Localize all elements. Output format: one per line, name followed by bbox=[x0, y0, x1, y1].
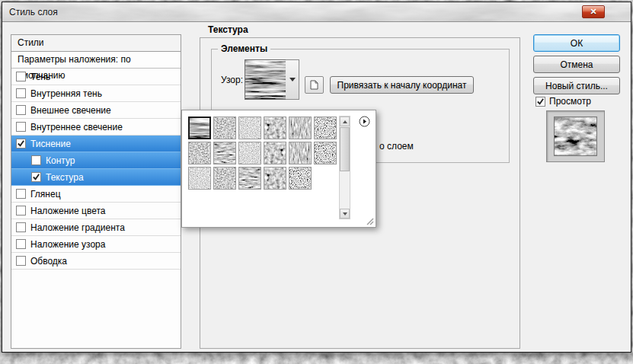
pattern-swatch-10[interactable] bbox=[264, 142, 286, 164]
checkmark-icon bbox=[536, 97, 545, 106]
sidebar-item-blending-options[interactable]: Параметры наложения: по умолчанию bbox=[11, 52, 181, 69]
sidebar-item-label: Текстура bbox=[46, 172, 84, 183]
pattern-scrollbar[interactable] bbox=[339, 116, 350, 219]
close-button[interactable]: ✕ bbox=[582, 5, 605, 18]
sidebar-item-label: Внешнее свечение bbox=[30, 105, 111, 116]
preview-texture bbox=[555, 117, 596, 155]
pattern-texture bbox=[214, 168, 235, 189]
elements-group-legend: Элементы bbox=[218, 43, 270, 54]
checkmark-icon bbox=[32, 173, 40, 181]
checkbox-bevel-emboss[interactable] bbox=[16, 139, 26, 148]
pattern-texture bbox=[315, 142, 336, 164]
checkbox-texture[interactable] bbox=[31, 172, 41, 182]
pane-title: Текстура bbox=[208, 24, 248, 35]
pattern-swatch-16[interactable] bbox=[264, 167, 286, 190]
pattern-texture bbox=[264, 168, 286, 189]
sidebar-item-satin[interactable]: Глянец bbox=[11, 186, 181, 203]
checkbox-outer-glow[interactable] bbox=[16, 105, 26, 115]
sidebar-item-label: Тень bbox=[30, 72, 50, 82]
pattern-swatch-8[interactable] bbox=[213, 142, 236, 164]
sidebar-item-label: Наложение градиента bbox=[30, 222, 125, 233]
pattern-swatch-current[interactable] bbox=[245, 59, 286, 100]
scroll-down-button[interactable] bbox=[340, 209, 350, 219]
sidebar-item-stroke[interactable]: Обводка bbox=[11, 253, 181, 270]
sidebar-item-label: Контур bbox=[46, 155, 75, 166]
scroll-up-button[interactable] bbox=[340, 117, 350, 126]
flyout-arrow-icon bbox=[359, 116, 370, 127]
pattern-texture bbox=[214, 142, 235, 164]
current-pattern-texture bbox=[245, 60, 286, 99]
styles-panel: Стили Параметры наложения: по умолчанию … bbox=[11, 34, 181, 349]
pattern-swatch-2[interactable] bbox=[213, 117, 236, 139]
sidebar-item-texture[interactable]: Текстура bbox=[11, 169, 181, 186]
pattern-swatch-4[interactable] bbox=[264, 117, 286, 139]
pattern-swatch-3[interactable] bbox=[238, 117, 261, 139]
checkbox-inner-shadow[interactable] bbox=[16, 88, 26, 98]
checkbox-stroke[interactable] bbox=[16, 256, 26, 266]
link-with-layer-label-partial[interactable]: о слоем bbox=[379, 141, 414, 152]
pattern-dropdown-arrow[interactable] bbox=[286, 59, 299, 100]
cancel-button[interactable]: Отмена bbox=[533, 56, 620, 73]
sidebar-item-label: Внутреннее свечение bbox=[30, 122, 123, 133]
sidebar-item-contour[interactable]: Контур bbox=[11, 152, 181, 169]
scrollbar-thumb[interactable] bbox=[340, 127, 350, 171]
pattern-swatch-13[interactable] bbox=[188, 167, 211, 190]
sidebar-item-gradient-overlay[interactable]: Наложение градиента bbox=[11, 219, 181, 236]
new-style-button[interactable]: Новый стиль... bbox=[533, 77, 620, 94]
layer-style-dialog: Стиль слоя ✕ Стили Параметры наложения: … bbox=[2, 2, 631, 353]
pattern-swatch-6[interactable] bbox=[314, 117, 337, 139]
checkbox-gradient-overlay[interactable] bbox=[16, 222, 26, 232]
resize-grip-icon[interactable] bbox=[366, 217, 374, 225]
pattern-swatch-14[interactable] bbox=[213, 167, 236, 190]
sidebar-item-bevel-emboss[interactable]: Тиснение bbox=[11, 136, 181, 152]
checkbox-pattern-overlay[interactable] bbox=[16, 239, 26, 249]
pattern-texture bbox=[189, 142, 210, 164]
sidebar-item-color-overlay[interactable]: Наложение цвета bbox=[11, 203, 181, 219]
pattern-swatch-7[interactable] bbox=[188, 142, 211, 164]
arrow-down-icon bbox=[343, 212, 347, 216]
pattern-texture bbox=[289, 168, 311, 189]
pattern-swatch-12[interactable] bbox=[314, 142, 337, 164]
pattern-swatch-9[interactable] bbox=[238, 142, 261, 164]
ok-button[interactable]: ОК bbox=[533, 34, 620, 52]
pattern-picker-popup bbox=[181, 110, 376, 228]
checkmark-icon bbox=[17, 139, 25, 148]
pattern-swatch-17[interactable] bbox=[289, 167, 312, 190]
pattern-swatch-5[interactable] bbox=[289, 117, 312, 139]
pattern-texture bbox=[189, 168, 210, 189]
pattern-grid bbox=[188, 117, 337, 190]
sidebar-item-label: Глянец bbox=[30, 189, 61, 200]
preview-label: Просмотр bbox=[549, 96, 591, 107]
pattern-label: Узор: bbox=[221, 75, 243, 85]
sidebar-item-pattern-overlay[interactable]: Наложение узора bbox=[11, 236, 181, 253]
pattern-texture bbox=[190, 118, 209, 138]
sidebar-item-inner-glow[interactable]: Внутреннее свечение bbox=[11, 119, 181, 136]
snap-to-origin-button[interactable]: Привязать к началу координат bbox=[330, 76, 474, 94]
pattern-swatch-15[interactable] bbox=[238, 167, 261, 190]
pattern-texture bbox=[264, 142, 286, 164]
sidebar-item-label: Наложение цвета bbox=[30, 206, 105, 216]
sidebar-item-outer-glow[interactable]: Внешнее свечение bbox=[11, 102, 181, 119]
checkbox-contour[interactable] bbox=[31, 155, 41, 165]
styles-header[interactable]: Стили bbox=[11, 35, 181, 52]
dialog-titlebar[interactable]: Стиль слоя ✕ bbox=[2, 2, 631, 22]
pattern-swatch-11[interactable] bbox=[289, 142, 312, 164]
checkbox-inner-glow[interactable] bbox=[16, 122, 26, 132]
pattern-texture bbox=[239, 117, 261, 139]
pattern-swatch-1[interactable] bbox=[188, 117, 211, 139]
preview-texture-frame bbox=[554, 117, 597, 156]
new-preset-icon bbox=[309, 80, 319, 90]
arrow-up-icon bbox=[343, 120, 347, 123]
desktop-background: Стиль слоя ✕ Стили Параметры наложения: … bbox=[0, 0, 633, 364]
checkbox-color-overlay[interactable] bbox=[16, 206, 26, 216]
picker-menu-button[interactable] bbox=[358, 115, 371, 128]
checkbox-satin[interactable] bbox=[16, 189, 26, 199]
sidebar-item-inner-shadow[interactable]: Внутренняя тень bbox=[11, 85, 181, 102]
dialog-title: Стиль слоя bbox=[9, 7, 58, 18]
checkbox-preview[interactable] bbox=[535, 97, 545, 107]
sidebar-item-label: Внутренняя тень bbox=[30, 88, 102, 99]
new-pattern-button[interactable] bbox=[305, 76, 324, 94]
preview-toggle-row: Просмотр bbox=[535, 96, 591, 107]
checkbox-drop-shadow[interactable] bbox=[16, 72, 26, 81]
style-preview-thumbnail bbox=[546, 110, 605, 162]
